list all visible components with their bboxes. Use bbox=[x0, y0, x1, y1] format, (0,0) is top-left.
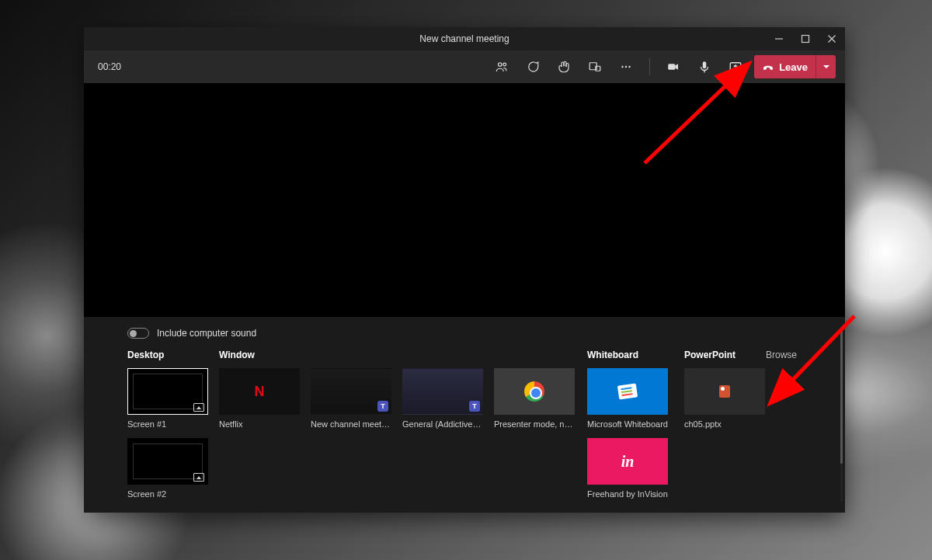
svg-point-9 bbox=[625, 66, 627, 68]
header-window: Window bbox=[219, 350, 587, 360]
share-screen-icon[interactable] bbox=[723, 54, 748, 79]
svg-point-10 bbox=[628, 66, 630, 68]
meeting-timer: 00:20 bbox=[98, 61, 121, 72]
section-desktop: Screen #1 Screen #2 bbox=[127, 368, 219, 499]
tile-label: Freehand by InVision bbox=[587, 489, 668, 499]
leave-button[interactable]: Leave bbox=[754, 61, 816, 73]
people-icon[interactable] bbox=[489, 54, 514, 79]
leave-button-label: Leave bbox=[779, 61, 808, 73]
window-controls bbox=[766, 27, 845, 50]
leave-dropdown-button[interactable] bbox=[816, 55, 836, 78]
toolbar-separator bbox=[649, 58, 650, 75]
tray-scrollbar[interactable] bbox=[840, 328, 843, 502]
share-sections: Screen #1 Screen #2 N Netflix bbox=[127, 368, 802, 499]
powerpoint-icon bbox=[719, 385, 730, 398]
browse-link[interactable]: Browse bbox=[766, 350, 797, 360]
powerpoint-tile-ch05[interactable]: ch05.pptx bbox=[684, 368, 765, 429]
section-whiteboard: Microsoft Whiteboard in Freehand by InVi… bbox=[587, 368, 684, 499]
chrome-icon bbox=[524, 381, 544, 402]
teams-icon: T bbox=[469, 401, 480, 412]
teams-meeting-window: New channel meeting 00:20 bbox=[84, 27, 845, 513]
tile-label: Presenter mode, notes a... bbox=[494, 419, 575, 429]
tile-label: New channel meeting | ... bbox=[311, 419, 391, 429]
tile-label: Netflix bbox=[219, 419, 300, 429]
desktop-tile-screen-1[interactable]: Screen #1 bbox=[127, 368, 208, 429]
svg-point-5 bbox=[503, 63, 506, 66]
share-tray: Include computer sound Desktop Window Wh… bbox=[84, 317, 845, 513]
present-icon bbox=[193, 473, 204, 482]
chat-icon[interactable] bbox=[520, 54, 545, 79]
window-maximize-button[interactable] bbox=[792, 27, 819, 50]
window-title: New channel meeting bbox=[419, 33, 509, 44]
svg-rect-11 bbox=[668, 64, 675, 70]
window-tile-new-channel-meeting[interactable]: T New channel meeting | ... bbox=[311, 368, 391, 429]
include-sound-label: Include computer sound bbox=[157, 328, 256, 339]
video-stage bbox=[84, 83, 845, 317]
leave-button-group: Leave bbox=[754, 55, 836, 78]
svg-rect-12 bbox=[703, 61, 707, 68]
window-tile-presenter-mode[interactable]: Presenter mode, notes a... bbox=[494, 368, 575, 429]
header-whiteboard: Whiteboard bbox=[587, 350, 684, 360]
tile-label: Screen #2 bbox=[127, 489, 208, 499]
svg-rect-1 bbox=[802, 36, 809, 43]
tile-label: General (AddictiveTips - ... bbox=[402, 419, 483, 429]
window-minimize-button[interactable] bbox=[766, 27, 792, 50]
header-desktop: Desktop bbox=[127, 350, 219, 360]
header-powerpoint-label: PowerPoint bbox=[684, 350, 736, 360]
window-tile-netflix[interactable]: N Netflix bbox=[219, 368, 300, 429]
invision-icon: in bbox=[621, 453, 635, 471]
breakout-rooms-icon[interactable] bbox=[582, 54, 607, 79]
desktop-tile-screen-2[interactable]: Screen #2 bbox=[127, 438, 208, 499]
include-sound-toggle[interactable] bbox=[127, 328, 149, 339]
whiteboard-tile-ms-whiteboard[interactable]: Microsoft Whiteboard bbox=[587, 368, 668, 429]
section-window: N Netflix T New channel meeting | ... T … bbox=[219, 368, 587, 499]
netflix-icon: N bbox=[255, 384, 265, 400]
section-powerpoint: ch05.pptx bbox=[684, 368, 776, 499]
share-section-headers: Desktop Window Whiteboard PowerPoint Bro… bbox=[127, 350, 802, 360]
svg-point-8 bbox=[621, 66, 623, 68]
tile-label: Microsoft Whiteboard bbox=[587, 419, 668, 429]
svg-point-4 bbox=[499, 63, 503, 67]
whiteboard-tile-invision-freehand[interactable]: in Freehand by InVision bbox=[587, 438, 668, 499]
whiteboard-icon bbox=[617, 383, 638, 399]
teams-icon: T bbox=[377, 401, 388, 412]
meeting-toolbar: 00:20 Leave bbox=[84, 50, 845, 83]
present-icon bbox=[193, 403, 204, 412]
mic-icon[interactable] bbox=[692, 54, 717, 79]
reactions-icon[interactable] bbox=[551, 54, 576, 79]
header-powerpoint: PowerPoint Browse bbox=[684, 350, 802, 360]
window-tile-general-addictivetips[interactable]: T General (AddictiveTips - ... bbox=[402, 368, 483, 429]
more-actions-icon[interactable] bbox=[614, 54, 638, 79]
camera-icon[interactable] bbox=[661, 54, 686, 79]
tile-label: Screen #1 bbox=[127, 419, 208, 429]
window-titlebar: New channel meeting bbox=[84, 27, 845, 50]
include-sound-row: Include computer sound bbox=[127, 328, 802, 339]
window-close-button[interactable] bbox=[819, 27, 845, 50]
tile-label: ch05.pptx bbox=[684, 419, 765, 429]
